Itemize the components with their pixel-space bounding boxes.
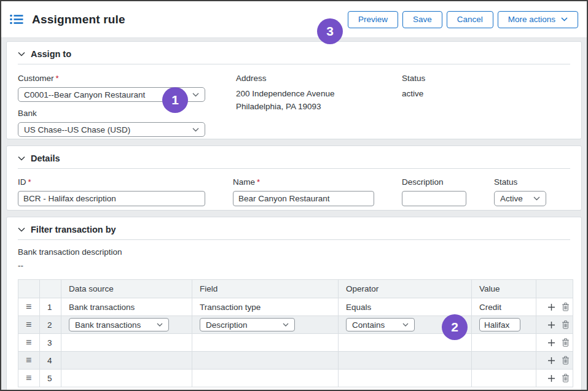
annotation-step-1: 1 xyxy=(162,87,188,113)
bank-transaction-description-value: -- xyxy=(18,261,570,270)
column-header-value: Value xyxy=(472,280,536,298)
add-row-button[interactable] xyxy=(547,339,555,347)
rule-status-label: Status xyxy=(494,177,546,187)
cell-value xyxy=(472,370,536,387)
annotation-step-3: 3 xyxy=(317,18,343,44)
address-line-1: 200 Independence Avenue xyxy=(236,87,402,100)
required-asterisk: * xyxy=(257,177,260,187)
row-number: 5 xyxy=(40,370,61,387)
table-row-2: ≡ 2 Bank transactions Description Contai… xyxy=(18,316,573,334)
cell-field xyxy=(192,370,339,387)
preview-button[interactable]: Preview xyxy=(348,11,398,28)
plus-icon xyxy=(547,303,555,311)
filter-panel: Filter transaction by Bank transaction d… xyxy=(6,217,582,391)
required-asterisk: * xyxy=(28,177,31,187)
trash-icon xyxy=(562,374,570,382)
name-field[interactable] xyxy=(233,191,374,206)
delete-row-button[interactable] xyxy=(562,356,570,365)
rule-status-dropdown[interactable]: Active xyxy=(494,191,546,206)
chevron-down-icon xyxy=(283,323,289,327)
required-asterisk: * xyxy=(56,74,59,83)
cell-field xyxy=(192,334,339,352)
list-icon xyxy=(10,14,23,25)
bank-dropdown[interactable]: US Chase--US Chase (USD) xyxy=(18,122,205,137)
table-row-3: ≡ 3 xyxy=(18,334,573,352)
description-label: Description xyxy=(402,177,466,187)
plus-icon xyxy=(547,357,555,365)
address-line-2: Philadelphia, PA 19093 xyxy=(236,100,402,113)
drag-handle-icon[interactable]: ≡ xyxy=(26,302,31,312)
filter-rules-table: Data source Field Operator Value ≡ 1 Ban… xyxy=(18,279,573,387)
add-row-button[interactable] xyxy=(547,321,555,329)
field-dropdown[interactable]: Description xyxy=(200,318,295,331)
name-label: Name* xyxy=(233,177,374,187)
customer-status-label: Status xyxy=(402,74,425,83)
drag-handle-icon[interactable]: ≡ xyxy=(26,355,31,365)
data-source-dropdown[interactable]: Bank transactions xyxy=(69,318,169,331)
customer-dropdown-value: C0001--Bear Canyon Restaurant xyxy=(24,90,145,99)
delete-row-button[interactable] xyxy=(562,374,570,382)
plus-icon xyxy=(547,374,555,382)
value-field[interactable] xyxy=(479,318,520,331)
trash-icon xyxy=(562,338,570,347)
more-actions-button[interactable]: More actions xyxy=(498,11,578,28)
assign-to-header: Assign to xyxy=(18,49,570,64)
table-row-5: ≡ 5 xyxy=(18,370,573,387)
column-header-operator: Operator xyxy=(339,280,472,298)
cell-field: Transaction type xyxy=(192,298,339,316)
customer-status-value: active xyxy=(402,87,425,100)
save-button[interactable]: Save xyxy=(402,11,442,28)
cell-field xyxy=(192,352,339,370)
details-panel: Details ID* Name* Description Status Act… xyxy=(6,145,582,211)
add-row-button[interactable] xyxy=(547,303,555,311)
table-row-4: ≡ 4 xyxy=(18,352,573,370)
plus-icon xyxy=(547,321,555,329)
collapse-chevron-icon[interactable] xyxy=(18,156,25,161)
assign-to-panel: Assign to Customer* C0001--Bear Canyon R… xyxy=(6,41,582,139)
top-bar: Assignment rule Preview Save Cancel More… xyxy=(1,1,587,38)
section-title-filter: Filter transaction by xyxy=(31,225,116,234)
cell-operator: Equals xyxy=(339,298,472,316)
add-row-button[interactable] xyxy=(547,374,555,382)
description-field[interactable] xyxy=(402,191,466,206)
row-number: 1 xyxy=(40,298,61,316)
column-header-field: Field xyxy=(192,280,339,298)
trash-icon xyxy=(562,320,570,329)
page-title: Assignment rule xyxy=(32,13,125,26)
row-number: 2 xyxy=(40,316,61,334)
actions-column-header xyxy=(536,280,573,298)
id-label: ID* xyxy=(18,177,205,187)
data-source-dropdown-value: Bank transactions xyxy=(75,320,141,330)
assignment-rule-window: Assignment rule Preview Save Cancel More… xyxy=(0,0,588,391)
section-title-details: Details xyxy=(31,153,60,163)
collapse-chevron-icon[interactable] xyxy=(18,52,25,56)
add-row-button[interactable] xyxy=(547,357,555,365)
cell-data-source xyxy=(61,352,192,370)
drag-handle-icon[interactable]: ≡ xyxy=(26,320,31,330)
chevron-down-icon xyxy=(533,196,540,201)
delete-row-button[interactable] xyxy=(562,303,570,311)
collapse-chevron-icon[interactable] xyxy=(18,227,25,232)
cell-data-source: Bank transactions xyxy=(61,298,192,316)
chevron-down-icon xyxy=(192,93,199,97)
drag-handle-icon[interactable]: ≡ xyxy=(26,373,31,383)
rule-status-value: Active xyxy=(500,194,523,203)
number-column-header xyxy=(40,280,61,298)
delete-row-button[interactable] xyxy=(562,338,570,347)
drag-handle-icon[interactable]: ≡ xyxy=(26,338,31,347)
operator-dropdown[interactable]: Contains xyxy=(346,318,415,331)
cell-value xyxy=(472,334,536,352)
row-number: 4 xyxy=(40,352,61,370)
column-header-data-source: Data source xyxy=(61,280,192,298)
address-label: Address xyxy=(236,74,402,83)
cell-data-source xyxy=(61,370,192,387)
delete-row-button[interactable] xyxy=(562,320,570,329)
chevron-down-icon xyxy=(561,17,568,21)
cancel-button[interactable]: Cancel xyxy=(447,11,493,28)
section-title-assign-to: Assign to xyxy=(31,49,71,59)
id-field[interactable] xyxy=(18,191,205,206)
field-dropdown-value: Description xyxy=(206,320,248,330)
cell-value: Credit xyxy=(472,298,536,316)
cell-data-source xyxy=(61,334,192,352)
trash-icon xyxy=(562,303,570,311)
